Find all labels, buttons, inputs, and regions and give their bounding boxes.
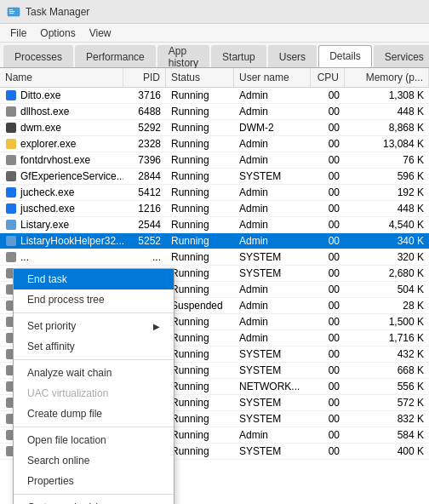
td-name: Ditto.exe	[0, 88, 123, 103]
td-status: Running	[166, 104, 234, 119]
menu-options[interactable]: Options	[33, 26, 82, 41]
td-name: dllhost.exe	[0, 104, 123, 119]
td-status: Running	[166, 152, 234, 168]
td-user: SYSTEM	[234, 363, 311, 378]
th-username[interactable]: User name	[234, 68, 311, 87]
td-cpu: 00	[311, 282, 345, 297]
th-pid[interactable]: PID	[123, 68, 166, 87]
svg-rect-1	[9, 9, 13, 10]
context-menu-item-label: Set affinity	[27, 341, 75, 352]
th-memory[interactable]: Memory (p...	[345, 68, 429, 87]
context-menu: End taskEnd process treeSet priority▶Set…	[13, 268, 174, 504]
td-cpu: 00	[311, 249, 345, 265]
td-memory: 2,680 K	[345, 266, 429, 281]
table-row[interactable]: Ditto.exe 3716 Running Admin 00 1,308 K	[0, 88, 429, 104]
td-status: Running	[166, 266, 234, 281]
menu-file[interactable]: File	[3, 26, 33, 41]
context-menu-item-set-affinity[interactable]: Set affinity	[14, 336, 174, 357]
context-menu-item-analyze-wait-chain[interactable]: Analyze wait chain	[14, 363, 174, 383]
td-pid: 2844	[123, 169, 166, 184]
td-pid: 2544	[123, 217, 166, 232]
context-menu-item-end-process-tree[interactable]: End process tree	[14, 289, 174, 310]
svg-rect-14	[6, 252, 16, 262]
td-user: Admin	[234, 330, 311, 346]
td-user: SYSTEM	[234, 249, 311, 265]
td-memory: 4,540 K	[345, 217, 429, 232]
td-cpu: 00	[311, 185, 345, 200]
table-row[interactable]: dllhost.exe 6488 Running Admin 00 448 K	[0, 104, 429, 120]
task-manager-icon	[7, 5, 20, 19]
td-memory: 584 K	[345, 427, 429, 443]
td-name: ListaryHookHelper32...	[0, 233, 123, 249]
td-user: Admin	[234, 201, 311, 216]
td-name: ...	[0, 249, 123, 265]
td-user: SYSTEM	[234, 266, 311, 281]
tab-services[interactable]: Services	[374, 45, 429, 67]
table-row[interactable]: jusched.exe 1216 Running Admin 00 448 K	[0, 201, 429, 217]
td-user: Admin	[234, 152, 311, 168]
context-menu-item-create-dump-file[interactable]: Create dump file	[14, 404, 174, 424]
context-menu-item-search-online[interactable]: Search online	[14, 450, 174, 471]
context-menu-item-end-task[interactable]: End task	[14, 269, 174, 289]
td-status: Running	[166, 444, 234, 459]
tab-app-history[interactable]: App history	[157, 45, 209, 67]
table-row[interactable]: fontdrvhost.exe 7396 Running Admin 00 76…	[0, 152, 429, 169]
context-menu-item-set-priority[interactable]: Set priority▶	[14, 316, 174, 336]
td-cpu: 00	[311, 152, 345, 168]
td-user: Admin	[234, 104, 311, 119]
td-memory: 448 K	[345, 201, 429, 216]
td-status: Running	[166, 282, 234, 297]
td-memory: 432 K	[345, 346, 429, 362]
table-row[interactable]: GfExperienceService... 2844 Running SYST…	[0, 169, 429, 185]
svg-rect-7	[6, 139, 16, 149]
td-cpu: 00	[311, 330, 345, 346]
th-cpu[interactable]: CPU	[311, 68, 345, 87]
context-menu-item-uac-virtualization: UAC virtualization	[14, 383, 174, 404]
td-user: Admin	[234, 282, 311, 297]
table-row[interactable]: Listary.exe 2544 Running Admin 00 4,540 …	[0, 217, 429, 233]
context-menu-item-label: Properties	[27, 475, 74, 487]
td-status: Running	[166, 330, 234, 346]
svg-rect-4	[6, 90, 16, 100]
context-menu-item-label: Open file location	[27, 434, 106, 446]
tab-users[interactable]: Users	[268, 45, 317, 67]
td-cpu: 00	[311, 88, 345, 103]
context-menu-item-open-file-location[interactable]: Open file location	[14, 430, 174, 450]
td-user: Admin	[234, 136, 311, 152]
main-content: Name PID Status User name CPU Memory (p.…	[0, 68, 429, 504]
td-name: explorer.exe	[0, 136, 123, 152]
td-memory: 76 K	[345, 152, 429, 168]
td-memory: 340 K	[345, 233, 429, 249]
td-user: DWM-2	[234, 120, 311, 135]
tab-performance[interactable]: Performance	[75, 45, 156, 67]
tab-startup[interactable]: Startup	[211, 45, 266, 67]
td-user: Admin	[234, 427, 311, 443]
svg-rect-6	[6, 123, 16, 133]
th-name[interactable]: Name	[0, 68, 123, 87]
td-cpu: 00	[311, 266, 345, 281]
table-row[interactable]: jucheck.exe 5412 Running Admin 00 192 K	[0, 185, 429, 201]
td-memory: 572 K	[345, 395, 429, 410]
td-memory: 556 K	[345, 379, 429, 394]
tab-processes[interactable]: Processes	[3, 45, 73, 67]
table-row[interactable]: ListaryHookHelper32... 5252 Running Admi…	[0, 233, 429, 249]
td-pid: ...	[123, 249, 166, 265]
td-status: Running	[166, 136, 234, 152]
menu-view[interactable]: View	[83, 26, 118, 41]
title-bar: Task Manager	[0, 0, 429, 24]
td-cpu: 00	[311, 314, 345, 329]
context-menu-item-go-to-service(s)[interactable]: Go to service(s)	[14, 497, 174, 504]
td-name: GfExperienceService...	[0, 169, 123, 184]
td-cpu: 00	[311, 201, 345, 216]
window-title: Task Manager	[26, 6, 89, 18]
context-menu-item-properties[interactable]: Properties	[14, 471, 174, 491]
td-status: Running	[166, 363, 234, 378]
table-row[interactable]: dwm.exe 5292 Running DWM-2 00 8,868 K	[0, 120, 429, 136]
table-row[interactable]: explorer.exe 2328 Running Admin 00 13,08…	[0, 136, 429, 152]
table-header: Name PID Status User name CPU Memory (p.…	[0, 68, 429, 88]
tab-details[interactable]: Details	[318, 45, 372, 67]
table-row[interactable]: ... ... Running SYSTEM 00 320 K	[0, 249, 429, 266]
th-status[interactable]: Status	[166, 68, 234, 87]
td-name: jusched.exe	[0, 201, 123, 216]
td-user: Admin	[234, 233, 311, 249]
